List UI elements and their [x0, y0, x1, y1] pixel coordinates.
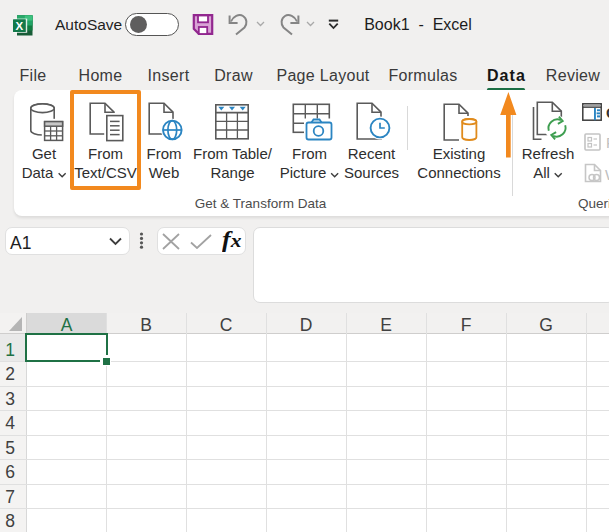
- svg-text:X: X: [16, 20, 24, 32]
